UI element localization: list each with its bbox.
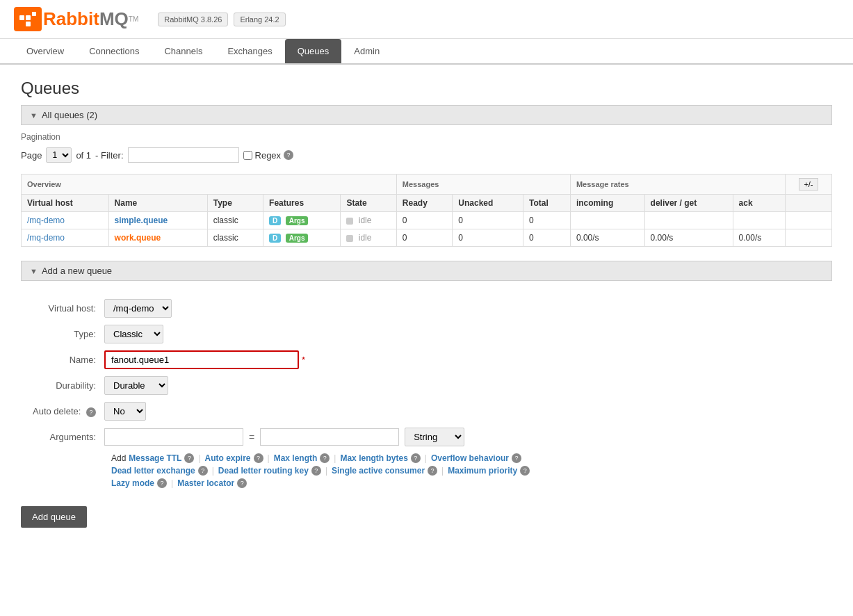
filter-input[interactable] (128, 147, 239, 163)
master-locator-help[interactable]: ? (237, 478, 247, 488)
lazy-mode-help[interactable]: ? (157, 478, 167, 488)
required-star: * (302, 355, 305, 365)
plus-minus-header[interactable]: +/- (785, 175, 831, 195)
arg-link-master-locator[interactable]: Master locator (177, 478, 234, 488)
durability-select[interactable]: Durable Transient (104, 376, 168, 395)
nav-connections[interactable]: Connections (76, 39, 152, 63)
toggle-icon: ▼ (30, 111, 38, 120)
queue-table: Overview Messages Message rates +/- Virt… (21, 174, 832, 247)
max-length-help[interactable]: ? (320, 453, 330, 463)
pipe4: | (425, 453, 427, 463)
logo-tm: TM (129, 15, 138, 23)
all-queues-section-header[interactable]: ▼ All queues (2) (21, 105, 832, 125)
pipe8: | (171, 478, 173, 488)
row2-features: D Args (263, 229, 341, 247)
col-ack: ack (733, 195, 785, 212)
arg-link-maximum-priority[interactable]: Maximum priority (448, 466, 517, 476)
dead-letter-routing-key-help[interactable]: ? (311, 466, 321, 476)
auto-delete-row: Auto delete: ? No Yes (21, 402, 832, 421)
arg-link-max-length-bytes[interactable]: Max length bytes (340, 453, 407, 463)
svg-rect-2 (26, 22, 31, 26)
type-select[interactable]: Classic Quorum (104, 325, 163, 343)
regex-label: Regex ? (243, 150, 294, 161)
nav-queues[interactable]: Queues (285, 39, 342, 63)
col-deliver-get: deliver / get (644, 195, 733, 212)
auto-delete-select[interactable]: No Yes (104, 402, 146, 421)
page-label: Page (21, 150, 42, 161)
all-queues-label: All queues (2) (42, 110, 97, 120)
row2-name-link[interactable]: work.queue (115, 233, 161, 243)
message-ttl-help[interactable]: ? (184, 453, 194, 463)
add-queue-button-row: Add queue (21, 499, 832, 528)
arg-link-message-ttl[interactable]: Message TTL (129, 453, 181, 463)
svg-rect-1 (26, 15, 31, 20)
arg-link-dead-letter-routing-key[interactable]: Dead letter routing key (218, 466, 309, 476)
arg-link-overflow-behaviour[interactable]: Overflow behaviour (431, 453, 509, 463)
table-row: /mq-demo work.queue classic D Args idle … (22, 229, 832, 247)
overflow-help[interactable]: ? (512, 453, 521, 463)
row1-name-link[interactable]: simple.queue (115, 216, 168, 225)
arg-link-auto-expire[interactable]: Auto expire (205, 453, 251, 463)
plus-minus-button[interactable]: +/- (799, 178, 818, 191)
arg-links-row1: Add Message TTL ? | Auto expire ? | Max … (111, 453, 832, 463)
name-input[interactable] (104, 350, 299, 369)
virtual-host-row: Virtual host: /mq-demo (21, 299, 832, 318)
row2-tag-d: D (269, 234, 281, 243)
pagination-label: Pagination (21, 132, 832, 142)
regex-help-icon[interactable]: ? (284, 150, 293, 160)
arg-link-lazy-mode[interactable]: Lazy mode (111, 478, 154, 488)
single-active-consumer-help[interactable]: ? (428, 466, 437, 476)
row1-ready: 0 (396, 212, 452, 229)
dead-letter-exchange-help[interactable]: ? (198, 466, 208, 476)
row1-incoming (570, 212, 644, 229)
row1-tag-args[interactable]: Args (286, 216, 309, 225)
col-virtual-host: Virtual host (22, 195, 109, 212)
main-nav: Overview Connections Channels Exchanges … (0, 39, 853, 65)
logo-rabbit: Rabbit (43, 8, 99, 30)
max-length-bytes-help[interactable]: ? (411, 453, 421, 463)
add-queue-section-header[interactable]: ▼ Add a new queue (21, 261, 832, 281)
add-queue-button[interactable]: Add queue (21, 506, 87, 528)
row1-deliver-get (644, 212, 733, 229)
pipe1: | (198, 453, 200, 463)
pipe6: | (325, 466, 327, 476)
arg-value-input[interactable] (260, 428, 399, 446)
auto-delete-text: Auto delete: (33, 406, 81, 416)
maximum-priority-help[interactable]: ? (520, 466, 530, 476)
durability-row: Durability: Durable Transient (21, 376, 832, 395)
row1-state-icon (346, 218, 353, 225)
row1-name[interactable]: simple.queue (108, 212, 207, 229)
auto-delete-help-icon[interactable]: ? (86, 407, 96, 417)
erlang-version: Erlang 24.2 (234, 13, 285, 26)
arguments-label: Arguments: (21, 432, 104, 442)
page-select[interactable]: 1 (46, 147, 72, 163)
arg-link-dead-letter-exchange[interactable]: Dead letter exchange (111, 466, 195, 476)
arg-type-select[interactable]: String Number Boolean (405, 428, 464, 446)
row2-type: classic (207, 229, 263, 247)
row2-name[interactable]: work.queue (108, 229, 207, 247)
messages-group-header: Messages (396, 175, 570, 195)
nav-admin[interactable]: Admin (341, 39, 392, 63)
arg-link-max-length[interactable]: Max length (274, 453, 318, 463)
durability-label: Durability: (21, 380, 104, 391)
row1-tag-d: D (269, 216, 281, 225)
pagination-controls: Page 1 of 1 - Filter: Regex ? (21, 147, 832, 163)
col-type: Type (207, 195, 263, 212)
auto-delete-label: Auto delete: ? (21, 406, 104, 417)
regex-checkbox[interactable] (243, 151, 252, 160)
virtual-host-select[interactable]: /mq-demo (104, 299, 172, 318)
nav-channels[interactable]: Channels (152, 39, 215, 63)
arg-link-single-active-consumer[interactable]: Single active consumer (332, 466, 425, 476)
row2-ready: 0 (396, 229, 452, 247)
row2-tag-args[interactable]: Args (286, 234, 309, 243)
nav-overview[interactable]: Overview (14, 39, 76, 63)
logo-icon (14, 7, 42, 31)
arg-key-input[interactable] (104, 428, 243, 446)
pipe5: | (212, 466, 214, 476)
add-queue-form: Virtual host: /mq-demo Type: Classic Quo… (21, 288, 832, 528)
nav-exchanges[interactable]: Exchanges (215, 39, 284, 63)
auto-expire-help[interactable]: ? (254, 453, 263, 463)
of-label: of 1 (76, 150, 91, 161)
arguments-controls: = String Number Boolean (104, 428, 464, 446)
row2-extra (785, 229, 831, 247)
